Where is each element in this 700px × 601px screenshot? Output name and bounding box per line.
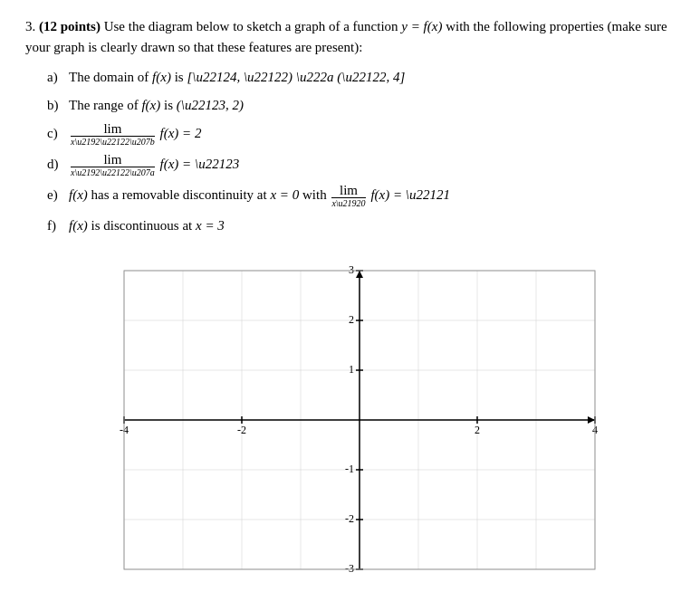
item-a: a) The domain of f(x) is [\u22124, \u221…	[47, 66, 675, 88]
func-notation: y = f(x)	[401, 19, 442, 33]
item-e: e) f(x) has a removable discontinuity at…	[47, 184, 675, 208]
graph-wrap	[88, 253, 613, 596]
item-c: c) lim x\u2192\u22122\u207b f(x) = 2	[47, 122, 675, 147]
item-f: f) f(x) is discontinuous at x = 3	[47, 215, 675, 236]
item-e-label: e)	[47, 184, 63, 205]
item-f-label: f)	[47, 215, 63, 236]
item-f-text: f(x) is discontinuous at x = 3	[69, 215, 225, 236]
item-d-label: d)	[47, 153, 63, 175]
item-c-label: c)	[47, 122, 63, 144]
item-b: b) The range of f(x) is (\u22123, 2)	[47, 94, 675, 116]
item-a-label: a)	[47, 66, 63, 88]
problem-header: 3. (12 points) Use the diagram below to …	[25, 16, 675, 57]
problem-instruction: Use the diagram below to sketch a graph …	[104, 19, 398, 33]
item-d-text: lim x\u2192\u22122\u207a f(x) = \u22123	[69, 153, 239, 177]
item-e-text: f(x) has a removable discontinuity at x …	[69, 184, 450, 208]
item-c-text: lim x\u2192\u22122\u207b f(x) = 2	[69, 122, 201, 147]
problem-points: (12 points)	[39, 19, 101, 33]
graph-container	[25, 253, 675, 596]
item-b-label: b)	[47, 94, 63, 116]
problem-items: a) The domain of f(x) is [\u22124, \u221…	[47, 66, 675, 236]
item-d: d) lim x\u2192\u22122\u207a f(x) = \u221…	[47, 153, 675, 177]
problem-number: 3.	[25, 19, 35, 33]
graph-canvas	[88, 253, 613, 596]
item-a-text: The domain of f(x) is [\u22124, \u22122)…	[69, 66, 405, 88]
item-b-text: The range of f(x) is (\u22123, 2)	[69, 94, 244, 116]
